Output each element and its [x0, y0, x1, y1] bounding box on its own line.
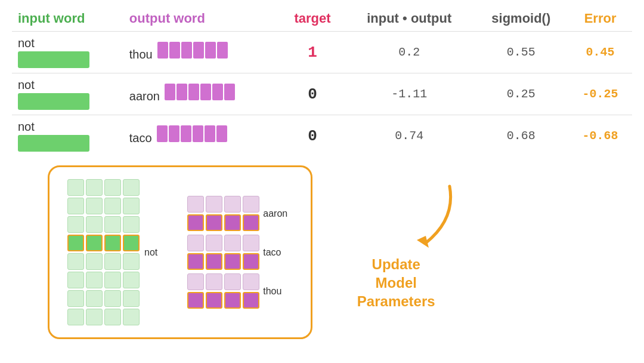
- arrow-section: UpdateModelParameters: [330, 177, 462, 311]
- input-bar: [18, 135, 89, 152]
- matrix-cell: [67, 253, 84, 270]
- input-matrix: [67, 179, 140, 325]
- purple-seg: [193, 125, 203, 142]
- matrix-cell: [206, 196, 222, 213]
- matrix-cell: [104, 290, 121, 307]
- purple-seg: [157, 42, 168, 59]
- matrix-cell: [67, 216, 84, 233]
- col-header-target: target: [280, 6, 345, 32]
- output-row-thou: thou: [187, 273, 293, 309]
- matrix-box: not aaron taco thou: [48, 165, 312, 339]
- purple-seg: [216, 125, 227, 142]
- output-row-taco: taco: [187, 235, 293, 270]
- matrix-cell: [206, 235, 222, 251]
- matrix-cell: [206, 273, 222, 290]
- matrix-cell: [67, 198, 84, 214]
- row-1-error: -0.25: [568, 73, 632, 115]
- purple-seg: [205, 125, 215, 142]
- matrix-cell: [86, 253, 103, 270]
- purple-seg: [212, 84, 223, 100]
- purple-seg: [217, 42, 228, 59]
- row-2-output: taco: [123, 115, 280, 157]
- matrix-cell: [243, 273, 259, 290]
- output-bar: [165, 84, 235, 100]
- purple-seg: [188, 84, 199, 100]
- output-matrix-aaron: [187, 196, 259, 231]
- matrix-cell: [243, 214, 259, 231]
- row-0-input: not: [12, 32, 123, 73]
- bottom-section: not aaron taco thou UpdateModelPar: [0, 159, 644, 339]
- matrix-cell: [206, 292, 222, 309]
- input-bar: [18, 51, 89, 68]
- matrix-cell: [123, 179, 140, 196]
- svg-marker-0: [417, 236, 429, 248]
- matrix-cell: [206, 214, 222, 231]
- output-bar: [157, 125, 227, 142]
- purple-seg: [181, 125, 191, 142]
- row-1-output: aaron: [123, 73, 280, 115]
- row-0-error: 0.45: [568, 32, 632, 73]
- matrix-cell: [187, 273, 204, 290]
- row-2-dot-product: 0.74: [345, 115, 473, 157]
- row-1-sigmoid: 0.25: [473, 73, 568, 115]
- col-header-input-dot-output: input • output: [345, 6, 473, 32]
- matrix-cell: [86, 179, 103, 196]
- col-header-error: Error: [568, 6, 632, 32]
- matrix-cell: [224, 273, 241, 290]
- matrix-cell: [123, 309, 140, 325]
- matrix-cell: [123, 253, 140, 270]
- matrix-cell: [243, 235, 259, 251]
- matrix-cell: [86, 216, 103, 233]
- matrix-cell: [67, 235, 84, 251]
- matrix-cell: [104, 235, 121, 251]
- matrix-cell: [104, 309, 121, 325]
- output-row-aaron: aaron: [187, 196, 293, 231]
- purple-seg: [224, 84, 235, 100]
- row-0-target: 1: [280, 32, 345, 73]
- row-2-input: not: [12, 115, 123, 157]
- matrix-cell: [224, 214, 241, 231]
- row-0-sigmoid: 0.55: [473, 32, 568, 73]
- matrix-cell: [243, 253, 259, 270]
- update-model-label: UpdateModelParameters: [357, 255, 435, 311]
- matrix-cell: [187, 214, 204, 231]
- row-2-target: 0: [280, 115, 345, 157]
- data-table: input word output word target input • ou…: [12, 6, 632, 156]
- row-1-dot-product: -1.11: [345, 73, 473, 115]
- output-matrix-thou: [187, 273, 259, 309]
- matrix-cell: [187, 253, 204, 270]
- table-section: input word output word target input • ou…: [0, 0, 644, 156]
- matrix-cell: [243, 196, 259, 213]
- matrix-cell: [86, 235, 103, 251]
- purple-seg: [177, 84, 187, 100]
- output-bar: [157, 42, 228, 59]
- input-matrix-group: not: [67, 179, 157, 325]
- row-2-error: -0.68: [568, 115, 632, 157]
- input-bar: [18, 93, 89, 110]
- matrix-cell: [67, 179, 84, 196]
- purple-seg: [169, 125, 179, 142]
- matrix-cell: [206, 253, 222, 270]
- matrix-cell: [123, 272, 140, 288]
- curved-arrow: [330, 177, 462, 249]
- output-label-thou: thou: [263, 286, 293, 297]
- matrix-cell: [104, 253, 121, 270]
- row-2-sigmoid: 0.68: [473, 115, 568, 157]
- purple-seg: [157, 125, 168, 142]
- matrix-cell: [224, 292, 241, 309]
- matrix-cell: [104, 272, 121, 288]
- matrix-cell: [224, 253, 241, 270]
- output-matrix-taco: [187, 235, 259, 270]
- matrix-cell: [86, 290, 103, 307]
- col-header-input-word: input word: [12, 6, 123, 32]
- matrix-cell: [123, 290, 140, 307]
- matrix-cell: [224, 235, 241, 251]
- matrix-cell: [187, 196, 204, 213]
- purple-seg: [165, 84, 175, 100]
- matrix-cell: [67, 309, 84, 325]
- matrix-cell: [86, 309, 103, 325]
- matrix-cell: [123, 198, 140, 214]
- output-matrix-group: aaron taco thou: [187, 196, 293, 309]
- matrix-cell: [104, 179, 121, 196]
- input-matrix-label: not: [144, 247, 157, 258]
